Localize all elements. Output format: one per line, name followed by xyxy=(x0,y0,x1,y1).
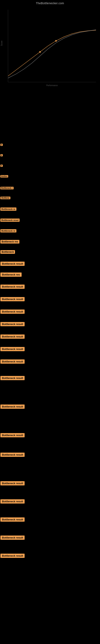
bottleneck-result-24[interactable]: Bottleneck result xyxy=(0,452,25,457)
bottleneck-result-18[interactable]: Bottleneck result xyxy=(0,334,25,339)
spacer-x xyxy=(0,458,100,480)
page-wrapper: TheBottlenecker.com Performance Score xyxy=(0,0,100,563)
result-group-24: Bottleneck result xyxy=(0,452,100,458)
result-group-17: Bottleneck result xyxy=(0,321,100,327)
result-group-5: Bottleneck r xyxy=(0,186,100,190)
spacer-bb xyxy=(0,541,100,552)
result-group-11: Bottleneck xyxy=(0,249,100,254)
bottleneck-result-11[interactable]: Bottleneck xyxy=(0,250,15,254)
spacer-k xyxy=(0,255,100,260)
result-group-14: Bottleneck result xyxy=(0,283,100,290)
chart-area: Performance Score xyxy=(0,6,100,90)
spacer-y xyxy=(0,486,100,498)
bottleneck-result-22[interactable]: Bottleneck result xyxy=(0,404,25,409)
spacer-a xyxy=(0,147,100,153)
bottleneck-result-7[interactable]: Bottleneck re xyxy=(0,208,16,211)
result-group-21: Bottleneck result xyxy=(0,375,100,381)
spacer-r xyxy=(0,340,100,346)
spacer-i xyxy=(0,234,100,239)
result-group-22: Bottleneck result xyxy=(0,403,100,409)
bottleneck-result-9[interactable]: Bottleneck re xyxy=(0,229,16,232)
result-group-15: Bottleneck result xyxy=(0,296,100,302)
result-group-7: Bottleneck re xyxy=(0,206,100,211)
bottleneck-result-15[interactable]: Bottleneck result xyxy=(0,297,25,301)
svg-rect-0 xyxy=(0,6,100,90)
svg-point-4 xyxy=(55,40,57,42)
result-group-2: B xyxy=(0,153,100,157)
result-group-27: Bottleneck result xyxy=(0,516,100,522)
bottleneck-result-20[interactable]: Bottleneck result xyxy=(0,360,25,364)
spacer-cc xyxy=(0,559,100,563)
result-group-18: Bottleneck result xyxy=(0,333,100,339)
result-group-6: Bottlene xyxy=(0,196,100,200)
result-group-4: Bottlen xyxy=(0,174,100,178)
spacer-c xyxy=(0,168,100,174)
bottleneck-result-21[interactable]: Bottleneck result xyxy=(0,376,25,380)
result-group-26: Bottleneck result xyxy=(0,498,100,504)
spacer-f xyxy=(0,200,100,206)
bottleneck-result-4[interactable]: Bottlen xyxy=(0,175,8,178)
spacer-q xyxy=(0,327,100,333)
bottleneck-result-13[interactable]: Bottleneck res xyxy=(0,272,22,277)
bottleneck-result-29[interactable]: Bottleneck result xyxy=(0,554,25,558)
bottleneck-result-28[interactable]: Bottleneck result xyxy=(0,536,25,540)
result-group-20: Bottleneck result xyxy=(0,358,100,364)
bottleneck-result-25[interactable]: Bottleneck result xyxy=(0,481,25,486)
spacer-n xyxy=(0,290,100,296)
bottleneck-result-27[interactable]: Bottleneck result xyxy=(0,518,25,522)
bottleneck-result-10[interactable]: Bottleneck res xyxy=(0,240,19,244)
top-spacer xyxy=(0,90,100,142)
spacer-t xyxy=(0,365,100,375)
spacer-w xyxy=(0,438,100,452)
result-group-9: Bottleneck re xyxy=(0,228,100,233)
result-group-12: Bottleneck result xyxy=(0,260,100,266)
result-group-13: Bottleneck res xyxy=(0,271,100,277)
bottleneck-result-2[interactable]: B xyxy=(0,154,3,156)
bottleneck-result-12[interactable]: Bottleneck result xyxy=(0,262,25,266)
spacer-b xyxy=(0,158,100,164)
bottleneck-result-6[interactable]: Bottlene xyxy=(0,196,10,199)
spacer-g xyxy=(0,212,100,217)
spacer-s xyxy=(0,352,100,358)
spacer-h xyxy=(0,223,100,228)
svg-text:Score: Score xyxy=(0,40,3,46)
spacer-z xyxy=(0,504,100,516)
result-group-3: B xyxy=(0,164,100,168)
spacer-u xyxy=(0,381,100,403)
site-title: TheBottlenecker.com xyxy=(0,0,100,6)
bottleneck-chart: Performance Score xyxy=(0,6,100,90)
bottleneck-result-26[interactable]: Bottleneck result xyxy=(0,499,25,504)
bottleneck-result-23[interactable]: Bottleneck result xyxy=(0,433,25,437)
bottleneck-result-16[interactable]: Bottleneck result xyxy=(0,310,25,314)
spacer-o xyxy=(0,302,100,308)
spacer-l xyxy=(0,267,100,271)
result-group-10: Bottleneck res xyxy=(0,239,100,244)
bottleneck-result-3[interactable]: B xyxy=(0,164,3,167)
result-group-23: Bottleneck result xyxy=(0,432,100,438)
result-group-1: B xyxy=(0,142,100,146)
bottleneck-result-5[interactable]: Bottleneck r xyxy=(0,187,14,190)
spacer-p xyxy=(0,315,100,321)
result-group-19: Bottleneck result xyxy=(0,346,100,352)
bottleneck-result-14[interactable]: Bottleneck result xyxy=(0,284,25,289)
svg-point-3 xyxy=(39,51,41,53)
spacer-e xyxy=(0,190,100,196)
bottleneck-result-17[interactable]: Bottleneck result xyxy=(0,322,25,326)
spacer-v xyxy=(0,410,100,432)
result-group-25: Bottleneck result xyxy=(0,480,100,486)
result-group-8: Bottleneck resul xyxy=(0,217,100,222)
result-group-16: Bottleneck result xyxy=(0,308,100,314)
spacer-d xyxy=(0,178,100,186)
bottleneck-result-1[interactable]: B xyxy=(0,144,3,146)
bottleneck-result-19[interactable]: Bottleneck result xyxy=(0,347,25,351)
spacer-aa xyxy=(0,523,100,534)
spacer-j xyxy=(0,244,100,249)
svg-text:Performance: Performance xyxy=(46,84,58,86)
result-group-28: Bottleneck result xyxy=(0,534,100,540)
result-group-29: Bottleneck result xyxy=(0,552,100,558)
spacer-m xyxy=(0,278,100,283)
bottleneck-result-8[interactable]: Bottleneck resul xyxy=(0,218,20,222)
